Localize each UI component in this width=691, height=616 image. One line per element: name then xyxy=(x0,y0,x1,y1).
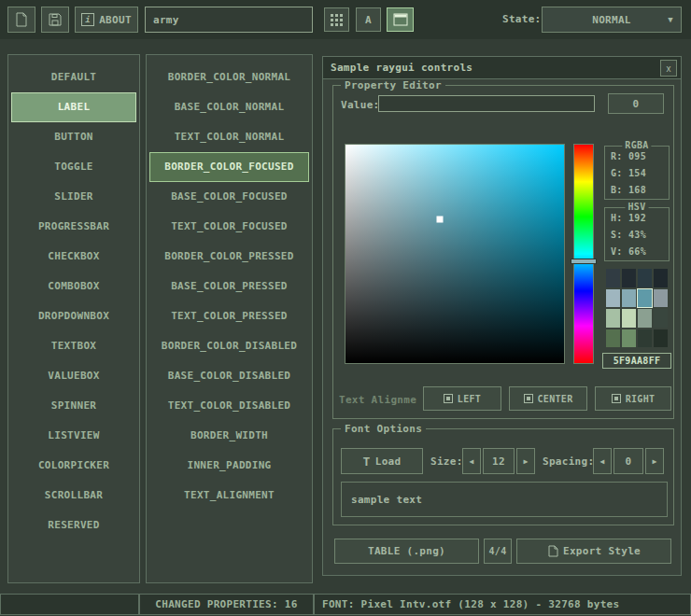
control-list-item[interactable]: SPINNER xyxy=(11,391,136,421)
control-list-item[interactable]: LISTVIEW xyxy=(11,421,136,451)
sample-controls-window: Sample raygui controls x Property Editor… xyxy=(322,56,682,576)
color-swatch[interactable] xyxy=(606,269,620,287)
save-button[interactable] xyxy=(41,7,69,33)
color-swatch[interactable] xyxy=(638,289,652,308)
spacing-decrease-button[interactable]: ◀ xyxy=(593,448,612,474)
size-increase-button[interactable]: ▶ xyxy=(516,448,535,474)
property-list-item[interactable]: TEXT_COLOR_PRESSED xyxy=(149,301,309,331)
align-center-icon xyxy=(524,394,533,403)
state-dropdown[interactable]: NORMAL ▼ xyxy=(542,7,682,33)
control-list-item[interactable]: CHECKBOX xyxy=(11,242,136,272)
control-list-item[interactable]: VALUEBOX xyxy=(11,361,136,391)
property-list-item[interactable]: BORDER_COLOR_FOCUSED xyxy=(149,152,309,182)
font-view-button[interactable]: A xyxy=(356,7,381,32)
color-picker-cursor[interactable] xyxy=(436,216,443,222)
property-list-item[interactable]: BORDER_WIDTH xyxy=(149,421,309,451)
style-name-input[interactable] xyxy=(145,7,313,33)
statusbar-changed-properties: CHANGED PROPERTIES: 16 xyxy=(139,594,314,615)
color-swatch[interactable] xyxy=(654,309,668,328)
control-list-item[interactable]: RESERVED xyxy=(11,511,136,540)
color-swatch[interactable] xyxy=(622,329,636,348)
window-style-icon xyxy=(393,13,408,26)
close-icon[interactable]: x xyxy=(660,60,677,77)
property-list-item[interactable]: TEXT_COLOR_FOCUSED xyxy=(149,212,309,242)
control-list-item[interactable]: SLIDER xyxy=(11,182,136,212)
statusbar-font-info: FONT: Pixel Intv.otf (128 x 128) - 32768… xyxy=(314,594,691,615)
color-swatch[interactable] xyxy=(654,329,668,348)
property-list-item[interactable]: INNER_PADDING xyxy=(149,451,309,481)
color-swatch[interactable] xyxy=(606,309,620,328)
align-center-button[interactable]: CENTER xyxy=(509,386,587,411)
align-left-icon xyxy=(444,394,453,403)
size-decrease-button[interactable]: ◀ xyxy=(462,448,481,474)
control-list-item[interactable]: PROGRESSBAR xyxy=(11,212,136,242)
color-swatch[interactable] xyxy=(638,269,652,287)
spacing-value-box[interactable]: 0 xyxy=(613,448,643,474)
color-swatch[interactable] xyxy=(622,289,636,308)
spacing-label: Spacing: xyxy=(543,455,594,468)
property-list-item[interactable]: BASE_COLOR_PRESSED xyxy=(149,272,309,301)
font-load-icon: T xyxy=(363,455,371,469)
rgba-g-row: G: 154 xyxy=(605,167,669,180)
property-list-item[interactable]: TEXT_COLOR_NORMAL xyxy=(149,122,309,152)
table-format-button[interactable]: TABLE (.png) xyxy=(334,539,479,564)
property-list-item[interactable]: TEXT_ALIGNMENT xyxy=(149,481,309,511)
align-left-button[interactable]: LEFT xyxy=(423,386,501,411)
hue-slider-handle[interactable] xyxy=(571,259,597,264)
value-input[interactable] xyxy=(378,95,595,112)
color-swatch[interactable] xyxy=(638,309,652,328)
control-list-item[interactable]: COLORPICKER xyxy=(11,451,136,481)
color-gradient-panel[interactable] xyxy=(345,144,565,364)
control-list-item[interactable]: TOGGLE xyxy=(11,152,136,182)
control-list-item[interactable]: TEXTBOX xyxy=(11,331,136,361)
property-list-item[interactable]: BORDER_COLOR_PRESSED xyxy=(149,242,309,272)
hue-bar[interactable] xyxy=(573,144,594,364)
color-swatch[interactable] xyxy=(606,289,620,308)
spacing-increase-button[interactable]: ▶ xyxy=(645,448,664,474)
hex-value: 5F9AA8FF xyxy=(613,356,661,366)
window-titlebar[interactable]: Sample raygui controls x xyxy=(323,57,681,79)
hsv-v-row: V: 66% xyxy=(605,245,669,259)
color-swatch[interactable] xyxy=(654,269,668,287)
hex-value-box[interactable]: 5F9AA8FF xyxy=(602,353,671,369)
about-button[interactable]: i ABOUT xyxy=(75,7,138,33)
property-list-item[interactable]: BORDER_COLOR_NORMAL xyxy=(149,63,309,92)
control-list-item[interactable]: DROPDOWNBOX xyxy=(11,301,136,331)
chevron-down-icon: ▼ xyxy=(668,15,673,24)
color-swatch[interactable] xyxy=(654,289,668,308)
load-font-button[interactable]: T Load xyxy=(341,448,423,474)
rguistyler-app: i ABOUT A State: NORMAL ▼ DEFAULTLABELBU… xyxy=(0,0,691,616)
control-list-item[interactable]: LABEL xyxy=(11,92,136,122)
control-list-item[interactable]: BUTTON xyxy=(11,122,136,152)
property-list-item[interactable]: BORDER_COLOR_DISABLED xyxy=(149,331,309,361)
toolbar: i ABOUT A State: NORMAL ▼ xyxy=(0,0,691,39)
value-number-box[interactable]: 0 xyxy=(608,93,664,114)
hsv-h-row: H: 192 xyxy=(605,212,669,225)
value-label: Value: xyxy=(341,99,380,111)
control-list-item[interactable]: DEFAULT xyxy=(11,63,136,92)
property-list-item[interactable]: BASE_COLOR_NORMAL xyxy=(149,92,309,122)
hsv-group: HSV H: 192 S: 43% V: 66% xyxy=(604,207,670,261)
export-style-button[interactable]: Export Style xyxy=(516,539,671,564)
color-swatch[interactable] xyxy=(622,309,636,328)
hsv-group-label: HSV xyxy=(626,202,649,212)
control-list-item[interactable]: COMBOBOX xyxy=(11,272,136,301)
property-list-item[interactable]: BASE_COLOR_DISABLED xyxy=(149,361,309,391)
style-view-button[interactable] xyxy=(387,7,414,32)
size-value-box[interactable]: 12 xyxy=(483,448,515,474)
new-file-button[interactable] xyxy=(7,7,35,33)
color-swatch[interactable] xyxy=(638,329,652,348)
state-label: State: xyxy=(502,13,542,25)
property-list-item[interactable]: TEXT_COLOR_DISABLED xyxy=(149,391,309,421)
table-ratio-box[interactable]: 4/4 xyxy=(484,539,512,564)
property-editor-group: Property Editor Value: 0 RGBA R: 095 G: … xyxy=(332,85,674,419)
color-swatch[interactable] xyxy=(622,269,636,287)
color-swatch[interactable] xyxy=(606,329,620,348)
sample-text-box[interactable]: sample text xyxy=(341,482,668,517)
align-right-button[interactable]: RIGHT xyxy=(595,386,671,411)
spacing-value: 0 xyxy=(626,455,632,468)
property-editor-group-label: Property Editor xyxy=(341,79,445,91)
grid-view-button[interactable] xyxy=(324,7,349,32)
property-list-item[interactable]: BASE_COLOR_FOCUSED xyxy=(149,182,309,212)
control-list-item[interactable]: SCROLLBAR xyxy=(11,481,136,511)
